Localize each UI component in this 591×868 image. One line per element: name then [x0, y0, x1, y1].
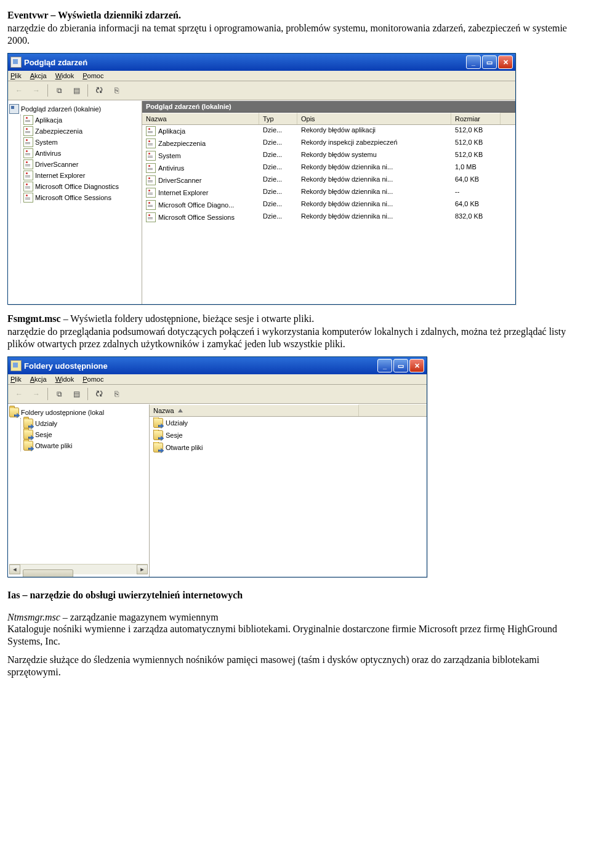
col-desc[interactable]: Opis: [297, 113, 451, 124]
minimize-button[interactable]: _: [466, 55, 481, 69]
minimize-button[interactable]: _: [377, 359, 392, 372]
close-button[interactable]: ✕: [498, 55, 513, 69]
tree-node[interactable]: Otwarte pliki: [23, 440, 148, 451]
cell-desc: Rekordy inspekcji zabezpieczeń: [297, 138, 451, 149]
fsmgmt-heading-rest: – Wyświetla foldery udostępnione, bieżąc…: [61, 313, 315, 324]
list-header: Nazwa Typ Opis Rozmiar: [142, 113, 515, 125]
eventvwr-body: narzędzie do zbierania informacji na tem…: [7, 22, 584, 47]
list-row[interactable]: Internet ExplorerDzie...Rekordy błędów d…: [142, 187, 515, 199]
list-body[interactable]: AplikacjaDzie...Rekordy błędów aplikacji…: [142, 125, 515, 304]
cell-size: 832,0 KB: [451, 212, 501, 223]
tree-label: System: [35, 139, 58, 146]
tree-node[interactable]: Udziały: [23, 418, 148, 429]
titlebar[interactable]: Podgląd zdarzeń _ ▭ ✕: [8, 54, 515, 71]
tree-node[interactable]: Aplikacja: [23, 115, 140, 126]
menu-action[interactable]: Akcja: [30, 376, 47, 383]
tree-node[interactable]: Zabezpieczenia: [23, 126, 140, 137]
log-icon: [23, 126, 33, 136]
scroll-right-icon[interactable]: ►: [137, 565, 148, 574]
ntmsmgr-body1: Kataloguje nośniki wymienne i zarządza a…: [7, 623, 584, 648]
list-row[interactable]: AplikacjaDzie...Rekordy błędów aplikacji…: [142, 125, 515, 137]
cell-desc: Rekordy błędów systemu: [297, 150, 451, 161]
tree-label: Microsoft Office Diagnostics: [35, 183, 119, 190]
log-icon: [23, 193, 33, 203]
cell-name: Udziały: [166, 419, 188, 427]
list-row[interactable]: Microsoft Office SessionsDzie...Rekordy …: [142, 211, 515, 223]
tree-root[interactable]: Podgląd zdarzeń (lokalnie): [9, 103, 140, 115]
close-button[interactable]: ✕: [409, 359, 424, 372]
tree-node[interactable]: System: [23, 137, 140, 148]
list-row[interactable]: Sesje: [150, 429, 427, 441]
event-viewer-root-icon: [9, 104, 19, 114]
properties-icon[interactable]: ▤: [69, 83, 84, 98]
list-body[interactable]: UdziałySesjeOtwarte pliki: [150, 417, 427, 577]
tree-node[interactable]: Microsoft Office Sessions: [23, 192, 140, 203]
menu-file[interactable]: Plik: [10, 72, 22, 79]
shared-folder-icon: [23, 441, 33, 451]
properties-icon[interactable]: ▤: [69, 387, 84, 401]
cell-type: Dzie...: [259, 199, 297, 211]
tree-pane[interactable]: Podgląd zdarzeń (lokalnie) Aplikacja Zab…: [8, 101, 142, 304]
list-row[interactable]: ZabezpieczeniaDzie...Rekordy inspekcji z…: [142, 137, 515, 150]
log-icon: [23, 182, 33, 191]
refresh-icon[interactable]: 🗘: [92, 387, 107, 401]
log-icon: [23, 159, 33, 169]
sort-asc-icon: [178, 409, 183, 412]
toolbar-separator: [47, 84, 48, 97]
maximize-button[interactable]: ▭: [393, 359, 408, 372]
cell-size: 512,0 KB: [451, 150, 501, 161]
list-row[interactable]: Otwarte pliki: [150, 441, 427, 454]
show-tree-icon[interactable]: ⧉: [52, 83, 66, 98]
col-name[interactable]: Nazwa: [142, 113, 259, 124]
tree-label: Sesje: [35, 431, 52, 438]
refresh-icon[interactable]: 🗘: [92, 83, 107, 98]
list-row[interactable]: Udziały: [150, 417, 427, 429]
show-tree-icon[interactable]: ⧉: [52, 387, 66, 401]
app-icon: [10, 360, 22, 371]
help-icon[interactable]: ⎘: [109, 387, 124, 401]
scroll-left-icon[interactable]: ◄: [9, 565, 20, 574]
cell-desc: Rekordy błędów dziennika ni...: [297, 212, 451, 223]
col-name[interactable]: Nazwa: [150, 404, 359, 416]
menu-help[interactable]: Pomoc: [82, 72, 103, 79]
tree-root[interactable]: Foldery udostępnione (lokal: [9, 407, 148, 418]
tree-node[interactable]: DriverScanner: [23, 159, 140, 170]
tree-node[interactable]: Sesje: [23, 429, 148, 440]
cell-size: 64,0 KB: [451, 175, 501, 186]
window-title: Foldery udostępnione: [24, 361, 108, 371]
list-row[interactable]: Microsoft Office Diagno...Dzie...Rekordy…: [142, 199, 515, 211]
export-icon[interactable]: ⎘: [109, 83, 124, 98]
cell-size: 64,0 KB: [451, 199, 501, 211]
cell-type: Dzie...: [259, 175, 297, 186]
menu-action[interactable]: Akcja: [30, 72, 47, 79]
log-icon: [146, 212, 156, 222]
toolbar: ← → ⧉ ▤ 🗘 ⎘: [8, 81, 515, 100]
titlebar[interactable]: Foldery udostępnione _ ▭ ✕: [8, 357, 427, 374]
cell-name: DriverScanner: [158, 177, 201, 184]
ias-heading: Ias – narzędzie do obsługi uwierzytelnie…: [7, 590, 243, 600]
horizontal-scrollbar[interactable]: ◄ ►: [9, 564, 148, 574]
forward-icon: →: [29, 387, 44, 401]
maximize-button[interactable]: ▭: [482, 55, 497, 69]
menu-view[interactable]: Widok: [55, 72, 74, 79]
list-row[interactable]: SystemDzie...Rekordy błędów systemu512,0…: [142, 150, 515, 162]
tree-pane[interactable]: Foldery udostępnione (lokal Udziały Sesj…: [8, 404, 150, 577]
tree-node[interactable]: Internet Explorer: [23, 170, 140, 181]
tree-label: Aplikacja: [35, 116, 62, 124]
col-type[interactable]: Typ: [259, 113, 297, 124]
menu-view[interactable]: Widok: [55, 376, 74, 383]
col-label: Nazwa: [153, 407, 174, 414]
cell-size: 512,0 KB: [451, 138, 501, 149]
menu-help[interactable]: Pomoc: [82, 376, 103, 383]
list-row[interactable]: DriverScannerDzie...Rekordy błędów dzien…: [142, 174, 515, 187]
tree-node[interactable]: Antivirus: [23, 148, 140, 159]
scroll-thumb[interactable]: [23, 569, 73, 577]
shared-folder-icon: [23, 430, 33, 440]
list-row[interactable]: AntivirusDzie...Rekordy błędów dziennika…: [142, 162, 515, 174]
list-header: Nazwa: [150, 404, 427, 417]
log-icon: [146, 200, 156, 210]
menu-file[interactable]: Plik: [10, 376, 22, 383]
cell-type: Dzie...: [259, 187, 297, 198]
col-size[interactable]: Rozmiar: [451, 113, 501, 124]
tree-node[interactable]: Microsoft Office Diagnostics: [23, 181, 140, 192]
